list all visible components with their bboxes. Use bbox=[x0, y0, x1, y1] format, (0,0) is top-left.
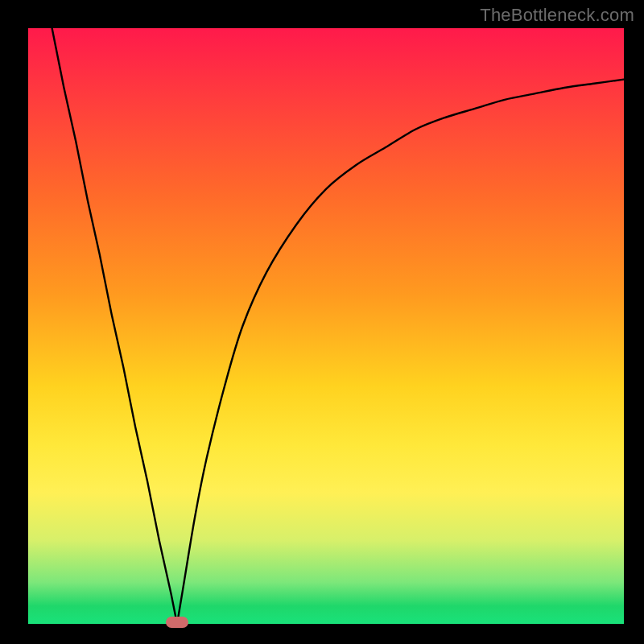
chart-frame: TheBottleneck.com bbox=[0, 0, 644, 644]
watermark-label: TheBottleneck.com bbox=[480, 5, 634, 26]
plot-area bbox=[28, 28, 624, 624]
bottleneck-curve bbox=[28, 28, 624, 624]
minimum-marker bbox=[166, 617, 188, 628]
